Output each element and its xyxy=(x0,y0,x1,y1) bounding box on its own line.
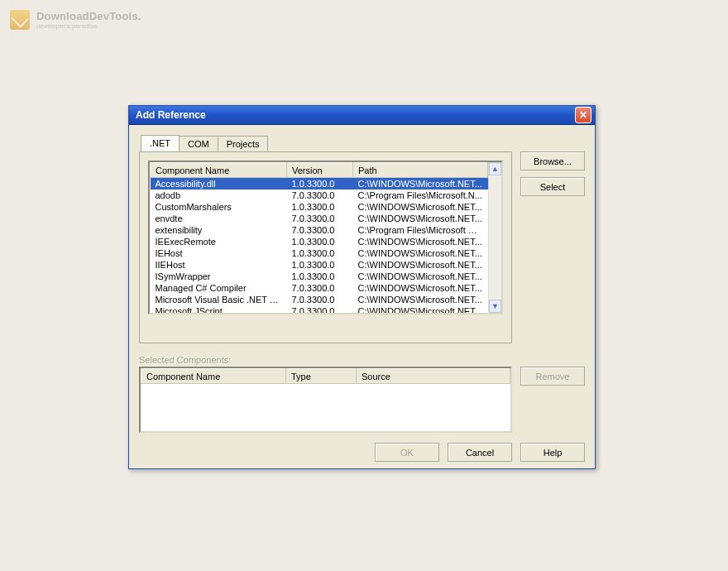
cell-version: 1.0.3300.0 xyxy=(287,236,353,247)
cell-name: envdte xyxy=(151,213,287,224)
cell-version: 1.0.3300.0 xyxy=(287,259,353,271)
cell-version: 1.0.3300.0 xyxy=(287,201,353,213)
cell-path: C:\WINDOWS\Microsoft.NET... xyxy=(353,178,488,190)
close-icon: ✕ xyxy=(579,109,587,121)
tab-panel: Component Name Version Path Accessibilit… xyxy=(139,151,512,343)
table-row[interactable]: IEExecRemote1.0.3300.0C:\WINDOWS\Microso… xyxy=(151,236,488,247)
table-row[interactable]: Managed C# Compiler7.0.3300.0C:\WINDOWS\… xyxy=(151,282,488,294)
cell-path: C:\WINDOWS\Microsoft.NET... xyxy=(353,247,488,259)
cancel-button[interactable]: Cancel xyxy=(448,443,512,462)
cell-path: C:\WINDOWS\Microsoft.NET... xyxy=(353,271,488,282)
table-row[interactable]: envdte7.0.3300.0C:\WINDOWS\Microsoft.NET… xyxy=(151,213,488,224)
ok-button[interactable]: OK xyxy=(375,443,439,462)
download-icon xyxy=(10,10,30,30)
tab-host: .NET COM Projects Component Name xyxy=(139,133,512,343)
table-row[interactable]: IEHost1.0.3300.0C:\WINDOWS\Microsoft.NET… xyxy=(151,247,488,259)
cell-path: C:\WINDOWS\Microsoft.NET... xyxy=(353,213,488,224)
tab-com[interactable]: COM xyxy=(179,136,218,151)
select-button[interactable]: Select xyxy=(520,177,585,196)
watermark: DownloadDevTools. developer's paradise xyxy=(10,10,141,30)
cell-version: 7.0.3300.0 xyxy=(287,305,353,314)
cell-version: 7.0.3300.0 xyxy=(287,213,353,224)
watermark-subtitle: developer's paradise xyxy=(36,22,141,30)
tab-net[interactable]: .NET xyxy=(141,135,180,151)
cell-name: IIEHost xyxy=(151,259,287,271)
watermark-title: DownloadDevTools. xyxy=(36,10,141,22)
components-listbox: Component Name Version Path Accessibilit… xyxy=(148,161,503,314)
scroll-track[interactable] xyxy=(489,175,501,300)
close-button[interactable]: ✕ xyxy=(575,107,592,123)
tab-strip: .NET COM Projects xyxy=(141,133,512,151)
selected-components-listbox[interactable]: Component Name Type Source xyxy=(139,367,512,433)
table-row[interactable]: Microsoft Visual Basic .NET Ru...7.0.330… xyxy=(151,294,488,305)
dialog-title: Add Reference xyxy=(136,109,575,121)
cell-version: 1.0.3300.0 xyxy=(287,178,353,190)
cell-path: C:\Program Files\Microsoft.N... xyxy=(353,190,488,201)
cell-name: Microsoft.JScript xyxy=(151,305,287,314)
table-row[interactable]: extensibility7.0.3300.0C:\Program Files\… xyxy=(151,224,488,236)
sel-column-name[interactable]: Component Name xyxy=(141,369,286,384)
table-row[interactable]: ISymWrapper1.0.3300.0C:\WINDOWS\Microsof… xyxy=(151,271,488,282)
table-row[interactable]: Microsoft.JScript7.0.3300.0C:\WINDOWS\Mi… xyxy=(151,305,488,314)
sel-column-type[interactable]: Type xyxy=(286,369,357,384)
chevron-up-icon: ▲ xyxy=(491,165,499,173)
cell-path: C:\WINDOWS\Microsoft.NET... xyxy=(353,294,488,305)
cell-name: Accessibility.dll xyxy=(151,178,287,190)
cell-path: C:\Program Files\Microsoft Vi... xyxy=(353,224,488,236)
tab-projects[interactable]: Projects xyxy=(218,136,269,151)
cell-version: 7.0.3300.0 xyxy=(287,294,353,305)
cell-version: 7.0.3300.0 xyxy=(287,282,353,294)
cell-name: adodb xyxy=(151,190,287,201)
column-header-version[interactable]: Version xyxy=(287,163,353,178)
scrollbar[interactable]: ▲ ▼ xyxy=(488,162,501,313)
cell-name: ISymWrapper xyxy=(151,271,287,282)
cell-path: C:\WINDOWS\Microsoft.NET... xyxy=(353,259,488,271)
cell-name: Microsoft Visual Basic .NET Ru... xyxy=(151,294,287,305)
cell-version: 1.0.3300.0 xyxy=(287,247,353,259)
cell-name: IEExecRemote xyxy=(151,236,287,247)
scroll-up-button[interactable]: ▲ xyxy=(489,162,501,175)
components-table: Component Name Version Path Accessibilit… xyxy=(150,162,488,313)
table-row[interactable]: CustomMarshalers1.0.3300.0C:\WINDOWS\Mic… xyxy=(151,201,488,213)
table-row[interactable]: IIEHost1.0.3300.0C:\WINDOWS\Microsoft.NE… xyxy=(151,259,488,271)
help-button[interactable]: Help xyxy=(520,443,585,462)
chevron-down-icon: ▼ xyxy=(491,302,499,310)
cell-name: extensibility xyxy=(151,224,287,236)
cell-name: Managed C# Compiler xyxy=(151,282,287,294)
column-header-name[interactable]: Component Name xyxy=(151,163,287,178)
table-row[interactable]: adodb7.0.3300.0C:\Program Files\Microsof… xyxy=(151,190,488,201)
add-reference-dialog: Add Reference ✕ .NET COM Projects xyxy=(128,105,596,469)
titlebar[interactable]: Add Reference ✕ xyxy=(129,106,595,125)
remove-button[interactable]: Remove xyxy=(520,367,585,386)
cell-version: 1.0.3300.0 xyxy=(287,271,353,282)
browse-button[interactable]: Browse... xyxy=(520,151,585,170)
sel-column-source[interactable]: Source xyxy=(357,369,510,384)
cell-version: 7.0.3300.0 xyxy=(287,224,353,236)
cell-version: 7.0.3300.0 xyxy=(287,190,353,201)
cell-path: C:\WINDOWS\Microsoft.NET... xyxy=(353,282,488,294)
selected-components-label: Selected Components: xyxy=(139,355,585,365)
cell-path: C:\WINDOWS\Microsoft.NET... xyxy=(353,201,488,213)
column-header-path[interactable]: Path xyxy=(353,163,488,178)
cell-path: C:\WINDOWS\Microsoft.NET... xyxy=(353,236,488,247)
cell-name: CustomMarshalers xyxy=(151,201,287,213)
scroll-down-button[interactable]: ▼ xyxy=(489,300,501,313)
table-row[interactable]: Accessibility.dll1.0.3300.0C:\WINDOWS\Mi… xyxy=(151,178,488,190)
cell-name: IEHost xyxy=(151,247,287,259)
cell-path: C:\WINDOWS\Microsoft.NET... xyxy=(353,305,488,314)
